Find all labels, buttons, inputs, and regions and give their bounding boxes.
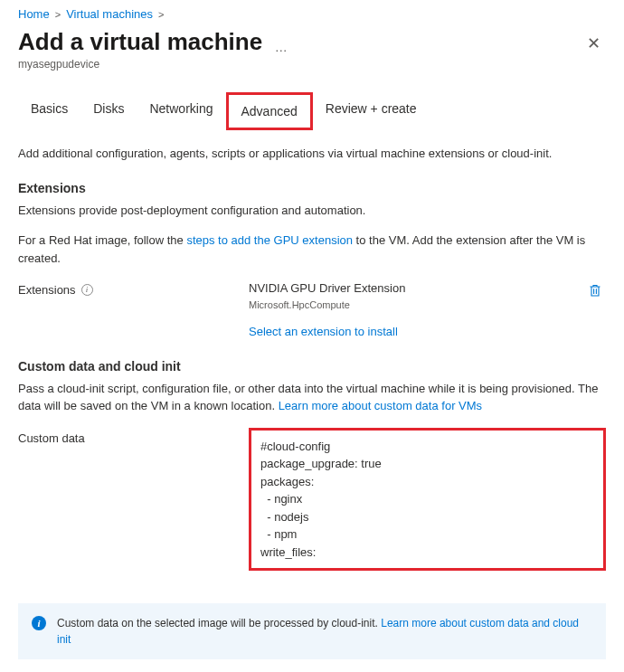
extension-item-publisher: Microsoft.HpcCompute	[249, 298, 577, 313]
tab-disks[interactable]: Disks	[80, 92, 137, 130]
tab-basics[interactable]: Basics	[18, 92, 80, 130]
custom-data-label: Custom data	[18, 430, 85, 448]
extensions-redhat-note: For a Red Hat image, follow the steps to…	[18, 232, 606, 267]
redhat-pre: For a Red Hat image, follow the	[18, 233, 186, 247]
page-title: Add a virtual machine	[18, 28, 262, 56]
info-banner: i Custom data on the selected image will…	[18, 603, 606, 659]
info-icon[interactable]: i	[81, 284, 93, 296]
select-extension-link[interactable]: Select an extension to install	[249, 325, 398, 338]
custom-data-heading: Custom data and cloud init	[18, 357, 606, 376]
gpu-extension-link[interactable]: steps to add the GPU extension	[186, 233, 353, 247]
custom-data-learn-more-link[interactable]: Learn more about custom data for VMs	[279, 399, 482, 412]
resource-subtitle: myasegpudevice	[18, 58, 581, 71]
more-actions-icon[interactable]: …	[275, 40, 288, 54]
extensions-field-label: Extensions	[18, 281, 76, 299]
tab-review-create[interactable]: Review + create	[313, 92, 430, 130]
close-icon[interactable]: ✕	[581, 28, 606, 59]
extensions-desc: Extensions provide post-deployment confi…	[18, 202, 606, 220]
custom-data-desc: Pass a cloud-init script, configuration …	[18, 380, 606, 415]
breadcrumb-vms[interactable]: Virtual machines	[66, 7, 153, 21]
extensions-heading: Extensions	[18, 179, 606, 198]
intro-text: Add additional configuration, agents, sc…	[18, 145, 606, 163]
tab-networking[interactable]: Networking	[137, 92, 225, 130]
tabs: Basics Disks Networking Advanced Review …	[18, 92, 606, 130]
delete-extension-icon[interactable]	[584, 279, 606, 307]
breadcrumb-sep: >	[158, 9, 164, 20]
banner-text: Custom data on the selected image will b…	[57, 617, 381, 629]
breadcrumb-sep: >	[55, 9, 61, 20]
breadcrumb: Home > Virtual machines >	[18, 7, 606, 21]
extension-item-name: NVIDIA GPU Driver Extension	[249, 279, 577, 298]
tab-advanced[interactable]: Advanced	[226, 92, 313, 130]
custom-data-input[interactable]: #cloud-config package_upgrade: true pack…	[249, 428, 606, 572]
breadcrumb-home[interactable]: Home	[18, 7, 50, 21]
info-icon: i	[32, 616, 46, 630]
